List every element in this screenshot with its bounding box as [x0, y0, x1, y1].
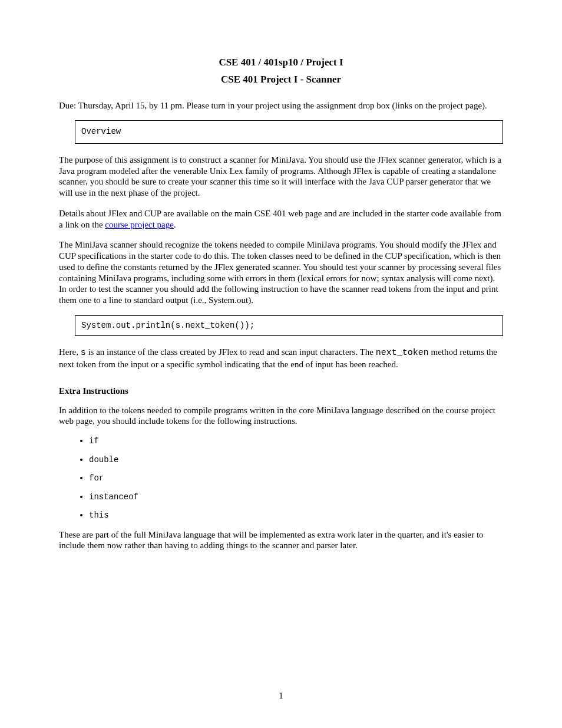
page: CSE 401 / 401sp10 / Project I CSE 401 Pr…	[0, 0, 562, 728]
list-item: instanceof	[89, 492, 503, 503]
list-item: this	[89, 510, 503, 521]
page-title: CSE 401 Project I - Scanner	[59, 73, 503, 85]
page-number: 1	[0, 690, 562, 701]
page-path: CSE 401 / 401sp10 / Project I	[59, 56, 503, 68]
list-item: double	[89, 455, 503, 466]
scanner-p2-b: is an instance of the class created by J…	[86, 347, 376, 357]
extra-paragraph-1: In addition to the tokens needed to comp…	[59, 405, 503, 427]
code-example: System.out.println(s.next_token());	[81, 321, 254, 330]
code-inline-next-token: next_token	[376, 348, 429, 358]
instruction-list: if double for instanceof this	[75, 436, 503, 521]
overview-paragraph-1: The purpose of this assignment is to con…	[59, 154, 503, 199]
extra-instructions-heading: Extra Instructions	[59, 386, 503, 397]
code-inline-s: s	[81, 348, 86, 358]
list-item: for	[89, 473, 503, 484]
scanner-paragraph-2: Here, s is an instance of the class crea…	[59, 347, 503, 370]
code-example-box: System.out.println(s.next_token());	[75, 315, 503, 337]
scanner-paragraph-1: The MiniJava scanner should recognize th…	[59, 239, 503, 306]
extra-paragraph-2: These are part of the full MiniJava lang…	[59, 529, 503, 552]
overview-p2-after: .	[174, 220, 176, 229]
list-item: if	[89, 436, 503, 447]
overview-paragraph-2: Details about JFlex and CUP are availabl…	[59, 208, 503, 230]
overview-heading: Overview	[81, 127, 121, 136]
course-project-page-link[interactable]: course project page	[105, 220, 174, 229]
scanner-p2-a: Here,	[59, 347, 81, 357]
due-line: Due: Thursday, April 15, by 11 pm. Pleas…	[59, 100, 503, 111]
overview-title-box: Overview	[75, 120, 503, 144]
